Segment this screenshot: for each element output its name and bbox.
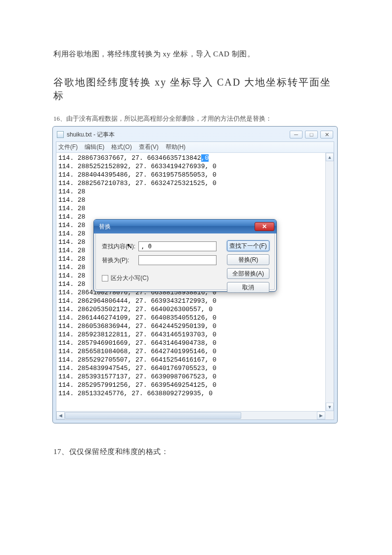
dialog-title: 替换 — [99, 223, 255, 231]
dialog-close-button[interactable]: ✕ — [255, 222, 274, 231]
close-button[interactable]: ✕ — [320, 131, 333, 139]
match-case-label: 区分大小写(C) — [111, 274, 149, 282]
maximize-button[interactable]: □ — [305, 131, 318, 139]
dialog-titlebar[interactable]: 替换 ✕ — [94, 220, 276, 233]
notepad-window: shuiku.txt - 记事本 ─ □ ✕ 文件(F) 编辑(E) 格式(O)… — [52, 126, 338, 423]
find-input[interactable] — [138, 241, 217, 251]
screenshot-container: shuiku.txt - 记事本 ─ □ ✕ 文件(F) 编辑(E) 格式(O)… — [52, 126, 338, 423]
selected-text: ,0 — [201, 154, 209, 162]
minimize-button[interactable]: ─ — [290, 131, 303, 139]
replace-button[interactable]: 替换(R) — [227, 254, 269, 265]
scroll-left-icon[interactable]: ◀ — [56, 412, 65, 419]
horizontal-scrollbar[interactable]: ◀ ▶ — [56, 411, 325, 419]
scroll-right-icon[interactable]: ▶ — [317, 412, 325, 419]
menu-view[interactable]: 查看(V) — [139, 143, 159, 151]
match-case-checkbox[interactable] — [102, 275, 108, 281]
step-16-text: 16、由于没有高程数据，所以把高程部分全部删除，才用的方法仍然是替换： — [53, 114, 339, 123]
page-title: 谷歌地图经纬度转换 xy 坐标导入 CAD 大地坐标转平面坐标 — [53, 76, 339, 102]
dialog-body: 查找内容(N): ↖ 替换为(P): 区分大小写(C) — [95, 233, 275, 290]
menu-edit[interactable]: 编辑(E) — [85, 143, 104, 151]
vertical-scrollbar[interactable]: ▲ ▼ — [325, 153, 334, 411]
notepad-title: shuiku.txt - 记事本 — [67, 131, 290, 139]
menu-format[interactable]: 格式(O) — [111, 143, 131, 151]
find-label: 查找内容(N): — [102, 242, 138, 251]
menu-file[interactable]: 文件(F) — [58, 143, 78, 151]
scroll-track[interactable] — [65, 412, 317, 419]
scroll-thumb[interactable] — [65, 412, 241, 419]
notepad-titlebar: shuiku.txt - 记事本 ─ □ ✕ — [56, 130, 334, 141]
notepad-client-area: 114. 288673637667, 27. 66346635713842,0 … — [56, 153, 334, 420]
replace-dialog: 替换 ✕ 查找内容(N): ↖ 替换为(P): — [93, 219, 277, 292]
replace-input[interactable] — [138, 255, 217, 265]
replace-label: 替换为(P): — [102, 256, 138, 265]
cancel-button[interactable]: 取消 — [227, 282, 269, 293]
notepad-menubar: 文件(F) 编辑(E) 格式(O) 查看(V) 帮助(H) — [56, 141, 334, 153]
replace-all-button[interactable]: 全部替换(A) — [227, 268, 269, 279]
notepad-app-icon — [57, 131, 64, 138]
menu-help[interactable]: 帮助(H) — [166, 143, 186, 151]
scroll-corner — [325, 411, 334, 419]
find-next-button[interactable]: 查找下一个(F) — [227, 240, 269, 251]
intro-paragraph: 利用谷歌地图，将经纬度转换为 xy 坐标，导入 CAD 制图。 — [53, 49, 339, 59]
scroll-up-icon[interactable]: ▲ — [326, 153, 334, 161]
scroll-down-icon[interactable]: ▼ — [326, 403, 334, 411]
step-17-text: 17、仅仅保留经度和纬度的格式： — [53, 447, 339, 457]
